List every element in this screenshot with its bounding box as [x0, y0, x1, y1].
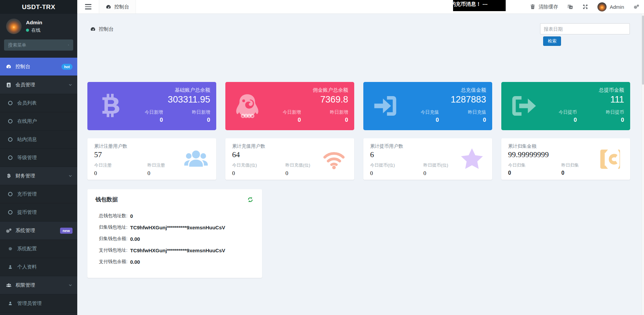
sidebar-item-finance[interactable]: 财务管理 [0, 167, 77, 185]
sidebar-item-site-messages[interactable]: 站内消息 [0, 131, 77, 149]
summary-sub-value: 0 [370, 170, 423, 177]
language-icon[interactable] [567, 4, 573, 10]
stat-sub-value: 0 [544, 117, 577, 123]
sidebar-item-system-config[interactable]: 系统配置 [0, 240, 77, 258]
report-date-input[interactable] [540, 23, 630, 34]
summary-cards-row: 累计注册用户数 57 今日注册0 昨日注册0 累计充值用户数 64 今日充值(位… [87, 138, 630, 180]
sidebar-item-dashboard[interactable]: 控制台 hot [0, 58, 77, 76]
circle-icon [7, 209, 13, 215]
sign-in-icon [371, 92, 399, 120]
dashboard-icon [90, 26, 96, 32]
gears-icon[interactable] [633, 4, 639, 10]
circle-icon [7, 137, 13, 142]
users-icon [183, 146, 209, 172]
user-status-label: 在线 [31, 27, 40, 33]
hot-badge: hot [61, 64, 73, 70]
wallet-row-label: 支付钱包余额: [99, 259, 128, 265]
wallet-row: 归集钱包余额: 0.00 [99, 233, 254, 245]
stat-card-total-withdraw: 总提币金额 111 今日提币0 昨日提币0 [501, 82, 630, 130]
stat-sub-label: 昨日充值 [454, 109, 486, 115]
sidebar-item-permissions[interactable]: 权限管理 [0, 276, 77, 294]
user-menu[interactable]: Admin [597, 2, 624, 11]
notification-marquee: 的充币消息！ --- [453, 0, 506, 11]
wallet-row: 归集钱包地址: TC9hfwHXGunj**********9xemsnHuuC… [99, 222, 254, 233]
vertical-scrollbar[interactable] [641, 14, 644, 315]
sidebar-item-withdraw-management[interactable]: 提币管理 [0, 203, 77, 222]
dashboard-icon [5, 64, 12, 69]
online-dot-icon [26, 29, 29, 32]
refresh-icon[interactable] [247, 196, 254, 203]
circle-icon [7, 100, 13, 106]
summary-sub-label: 今日提币(位) [370, 162, 423, 168]
search-button[interactable]: 检索 [543, 36, 561, 46]
sidebar-item-online-users[interactable]: 在线用户 [0, 112, 77, 131]
sidebar-item-system[interactable]: 系统管理 new [0, 222, 77, 240]
stat-sub-label: 今日新增 [131, 109, 163, 115]
fullscreen-icon[interactable] [582, 4, 588, 10]
tab-dashboard[interactable]: 控制台 [99, 0, 136, 13]
sign-out-icon [509, 92, 537, 120]
stat-sub-value: 0 [131, 117, 163, 123]
tab-label: 控制台 [114, 4, 129, 10]
chevron-down-icon [68, 283, 73, 287]
user-icon [7, 264, 13, 270]
stat-cards-row: 基础账户总余额 303311.95 今日新增0 昨日新增0 佣金账户总余额 73… [87, 82, 630, 130]
user-panel: Admin 在线 [0, 14, 77, 37]
star-icon [459, 146, 485, 172]
wallet-panel-title: 钱包数据 [95, 196, 254, 203]
stat-sub-value: 0 [316, 117, 348, 123]
search-icon[interactable] [68, 42, 69, 48]
sidebar-item-label: 提币管理 [17, 209, 37, 216]
wallet-row-label: 总钱包地址数: [99, 213, 128, 219]
scrollbar-thumb[interactable] [642, 16, 644, 85]
username-label: Admin [610, 4, 624, 10]
gear-icon [7, 246, 13, 252]
qq-icon [233, 92, 261, 120]
sidebar-item-members[interactable]: 会员管理 [0, 76, 77, 94]
sidebar-search-input[interactable] [8, 42, 68, 48]
sidebar-item-label: 个人资料 [17, 264, 37, 270]
stat-sub-label: 今日提币 [544, 109, 577, 115]
sidebar-item-admin-management[interactable]: 管理员管理 [0, 294, 77, 313]
wallet-row-value: 0 [130, 213, 133, 219]
users-icon [5, 282, 12, 288]
sidebar-item-label: 财务管理 [16, 173, 35, 179]
stat-sub-value: 0 [592, 117, 624, 123]
sidebar-item-level-management[interactable]: 等级管理 [0, 149, 77, 167]
navbar-actions: 清除缓存 Admin [530, 2, 644, 11]
hamburger-icon[interactable] [85, 4, 91, 9]
chevron-down-icon [68, 83, 73, 87]
collection-icon [597, 146, 623, 172]
summary-card-registered-users: 累计注册用户数 57 今日注册0 昨日注册0 [87, 138, 216, 180]
stat-sub-label: 昨日新增 [316, 109, 348, 115]
summary-sub-label: 今日注册 [94, 162, 147, 168]
avatar[interactable] [6, 19, 22, 34]
summary-card-deposit-users: 累计充值用户数 64 今日充值(位)0 昨日充值(位)0 [225, 138, 354, 180]
sidebar-item-profile[interactable]: 个人资料 [0, 258, 77, 276]
sidebar-item-deposit-management[interactable]: 充币管理 [0, 185, 77, 203]
stat-sub-label: 昨日提币 [592, 109, 624, 115]
sidebar-item-label: 等级管理 [17, 154, 37, 161]
sidebar-item-label: 会员管理 [16, 82, 35, 88]
sidebar-item-member-list[interactable]: 会员列表 [0, 94, 77, 112]
sidebar-menu: 控制台 hot 会员管理 会员列表 在线用户 站内消息 等级管理 财务管理 [0, 58, 77, 315]
sidebar-item-label: 管理员管理 [17, 300, 42, 307]
user-status: 在线 [26, 27, 42, 33]
sidebar-item-label: 充币管理 [17, 191, 37, 197]
stat-sub-value: 0 [269, 117, 301, 123]
clear-cache-button[interactable]: 清除缓存 [530, 4, 558, 10]
stat-sub-label: 今日新增 [269, 109, 301, 115]
wallet-row-value: 0.00 [130, 259, 140, 265]
sidebar-item-label: 控制台 [16, 63, 30, 70]
wallet-row: 支付钱包地址: TC9hfwHXGunj**********9xemsnHuuC… [99, 245, 254, 256]
stat-card-base-balance: 基础账户总余额 303311.95 今日新增0 昨日新增0 [87, 82, 216, 130]
stat-sub-value: 0 [454, 117, 486, 123]
top-navbar: 控制台 的充币消息！ --- 清除缓存 Admin [77, 0, 644, 14]
clear-cache-label: 清除缓存 [538, 4, 558, 10]
wallet-row-label: 归集钱包余额: [99, 236, 128, 242]
sidebar-item-label: 系统配置 [17, 246, 37, 252]
summary-sub-value: 0 [94, 170, 147, 177]
summary-card-withdraw-users: 累计提币用户数 6 今日提币(位)0 昨日提币(位)0 [363, 138, 492, 180]
address-book-icon [5, 82, 12, 88]
summary-sub-label: 今日归集 [508, 162, 561, 168]
